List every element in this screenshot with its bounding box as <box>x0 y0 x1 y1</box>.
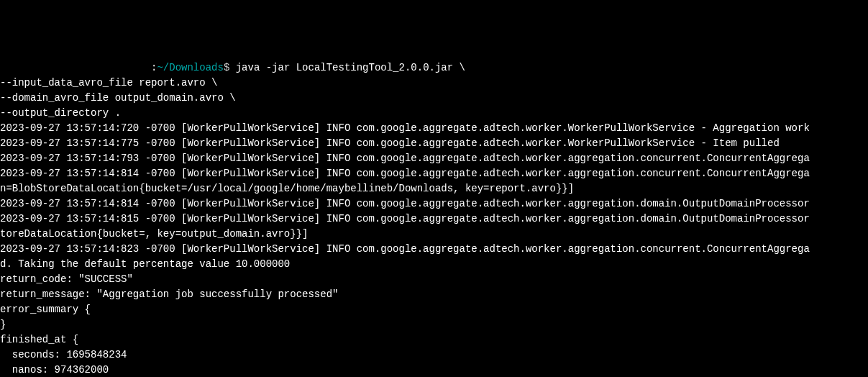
command-line-2: --input_data_avro_file report.avro \ <box>0 76 868 91</box>
command-line-4: --output_directory . <box>0 106 868 121</box>
log-line: } <box>0 317 868 332</box>
prompt-path: ~/Downloads <box>157 62 223 73</box>
command-line-3: --domain_avro_file output_domain.avro \ <box>0 91 868 106</box>
log-line: 2023-09-27 13:57:14:814 -0700 [WorkerPul… <box>0 166 868 181</box>
log-line: seconds: 1695848234 <box>0 348 868 363</box>
log-line: d. Taking the default percentage value 1… <box>0 257 868 272</box>
log-line: return_code: "SUCCESS" <box>0 272 868 287</box>
log-line: 2023-09-27 13:57:14:814 -0700 [WorkerPul… <box>0 196 868 212</box>
log-line: 2023-09-27 13:57:14:775 -0700 [WorkerPul… <box>0 136 868 151</box>
log-line: finished_at { <box>0 332 868 348</box>
log-line: nanos: 974362000 <box>0 363 868 377</box>
log-line: 2023-09-27 13:57:14:720 -0700 [WorkerPul… <box>0 121 868 136</box>
log-line: 2023-09-27 13:57:14:793 -0700 [WorkerPul… <box>0 151 868 166</box>
prompt-line: :~/Downloads$ java -jar LocalTestingTool… <box>0 60 868 76</box>
log-line: error_summary { <box>0 302 868 317</box>
log-line: 2023-09-27 13:57:14:823 -0700 [WorkerPul… <box>0 242 868 257</box>
log-line: 2023-09-27 13:57:14:815 -0700 [WorkerPul… <box>0 212 868 227</box>
user-host-redacted <box>0 60 151 76</box>
log-line: return_message: "Aggregation job success… <box>0 287 868 302</box>
log-line: n=BlobStoreDataLocation{bucket=/usr/loca… <box>0 181 868 196</box>
command-line-1: java -jar LocalTestingTool_2.0.0.jar \ <box>229 62 465 73</box>
terminal-window[interactable]: :~/Downloads$ java -jar LocalTestingTool… <box>0 60 868 377</box>
log-line: toreDataLocation{bucket=, key=output_dom… <box>0 227 868 242</box>
